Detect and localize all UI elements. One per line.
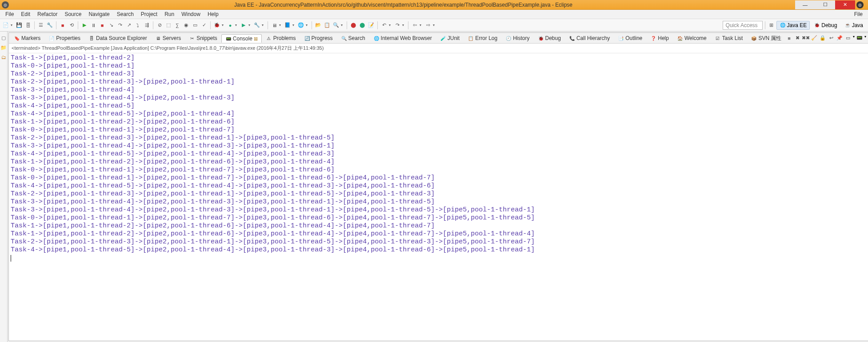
open-task-icon[interactable]: 📋: [323, 21, 331, 29]
tab-internal-web-browser[interactable]: 🌐Internal Web Browser: [369, 34, 436, 42]
step-filter-icon[interactable]: ⇶: [143, 21, 151, 29]
stop-icon[interactable]: ■: [98, 21, 106, 29]
search-dropdown-icon[interactable]: ▾: [341, 23, 344, 27]
back-icon[interactable]: ⇦: [411, 21, 419, 29]
expressions-icon[interactable]: ∑: [173, 21, 181, 29]
package-explorer-icon[interactable]: 🗂: [0, 54, 7, 61]
drop-to-frame-icon[interactable]: ⤵: [134, 21, 142, 29]
menu-edit[interactable]: Edit: [17, 10, 34, 18]
breakpoints-icon[interactable]: ◉: [182, 21, 190, 29]
terminate-icon[interactable]: ■: [59, 21, 67, 29]
restore-icon[interactable]: ▢: [0, 34, 7, 41]
forward-icon[interactable]: ⇨: [424, 21, 432, 29]
run-last-dropdown-icon[interactable]: ▾: [248, 23, 252, 27]
tab-problems[interactable]: ⚠Problems: [262, 34, 300, 42]
close-button[interactable]: ✕: [835, 0, 855, 9]
run-last-icon[interactable]: ▶: [240, 21, 248, 29]
annotation-icon[interactable]: 📝: [367, 21, 375, 29]
tab-svn-属性[interactable]: 📦SVN 属性: [747, 33, 785, 43]
console-output[interactable]: Task-1->[pipe1,pool-1-thread-2]Task-0->[…: [9, 53, 868, 341]
back-dropdown-icon[interactable]: ▾: [420, 23, 423, 27]
new-server-icon[interactable]: 🖥: [270, 21, 278, 29]
run-dropdown-icon[interactable]: ▾: [235, 23, 239, 27]
prev-edit-icon[interactable]: ↶: [380, 21, 388, 29]
display-dropdown-icon[interactable]: ▾: [853, 35, 855, 42]
menu-project[interactable]: Project: [137, 10, 161, 18]
menu-run[interactable]: Run: [161, 10, 178, 18]
tab-properties[interactable]: 📄Properties: [44, 34, 84, 42]
word-wrap-icon[interactable]: ↩: [828, 35, 835, 42]
new-dropdown-icon[interactable]: ▾: [11, 23, 14, 27]
new-jpa-icon[interactable]: 📘: [284, 21, 292, 29]
tab-snippets[interactable]: ✂Snippets: [185, 34, 221, 42]
step-over-icon[interactable]: ↷: [116, 21, 124, 29]
server-dropdown-icon[interactable]: ▾: [279, 23, 283, 27]
display-icon[interactable]: ▭: [191, 21, 199, 29]
debug-icon[interactable]: 🐞: [213, 21, 221, 29]
tab-task-list[interactable]: ☑Task List: [711, 34, 747, 42]
step-return-icon[interactable]: ↗: [125, 21, 133, 29]
record-icon[interactable]: ⬤: [349, 21, 357, 29]
scroll-lock-icon[interactable]: 🔒: [819, 35, 826, 42]
saveall-icon[interactable]: 🗄: [24, 21, 32, 29]
open-type-icon[interactable]: 📂: [314, 21, 322, 29]
tab-data-source-explorer[interactable]: 🗄Data Source Explorer: [84, 34, 151, 42]
tab-console[interactable]: 📟Console⊠: [221, 34, 262, 43]
build-icon[interactable]: 🔧: [46, 21, 54, 29]
tab-history[interactable]: 🕘History: [501, 34, 533, 42]
skip-breakpoints-icon[interactable]: ⊘: [156, 21, 164, 29]
new-ws-icon[interactable]: 🌐: [297, 21, 305, 29]
menu-help[interactable]: Help: [204, 10, 222, 18]
ws-dropdown-icon[interactable]: ▾: [306, 23, 309, 27]
maximize-button[interactable]: ☐: [815, 0, 835, 9]
toggle-breadcrumb-icon[interactable]: ☰: [37, 21, 45, 29]
perspective-javaee[interactable]: 🌐Java EE: [776, 21, 810, 30]
display-selected-icon[interactable]: ▭: [844, 35, 852, 42]
prev-dropdown-icon[interactable]: ▾: [389, 23, 392, 27]
run-icon[interactable]: ●: [226, 21, 234, 29]
tab-help[interactable]: ❓Help: [646, 34, 673, 42]
menu-search[interactable]: Search: [113, 10, 137, 18]
ext-tools-icon[interactable]: 🔧: [253, 21, 261, 29]
menu-file[interactable]: File: [2, 10, 17, 18]
tab-debug[interactable]: 🐞Debug: [534, 34, 565, 42]
tab-junit[interactable]: 🧪JUnit: [436, 34, 464, 42]
menu-window[interactable]: Window: [178, 10, 204, 18]
menu-file-right[interactable]: File: [851, 10, 866, 18]
debug-dropdown-icon[interactable]: ▾: [222, 23, 225, 27]
open-console-dropdown-icon[interactable]: ▾: [864, 35, 866, 42]
next-dropdown-icon[interactable]: ▾: [402, 23, 406, 27]
variables-icon[interactable]: ⬚: [164, 21, 172, 29]
jpa-dropdown-icon[interactable]: ▾: [292, 23, 296, 27]
project-explorer-icon[interactable]: 📁: [0, 44, 7, 51]
tab-error-log[interactable]: 📋Error Log: [464, 34, 501, 42]
suspend-icon[interactable]: ⏸: [89, 21, 97, 29]
open-perspective-icon[interactable]: ⊞: [768, 21, 776, 29]
terminate-console-icon[interactable]: ■: [785, 35, 792, 42]
resume-icon[interactable]: ▶: [80, 21, 88, 29]
perspective-java[interactable]: ☕Java: [841, 21, 866, 30]
step-into-icon[interactable]: ↘: [107, 21, 115, 29]
clear-console-icon[interactable]: 🧹: [811, 35, 818, 42]
menu-refactor[interactable]: Refactor: [34, 10, 61, 18]
quick-access-input[interactable]: Quick Access: [723, 21, 763, 30]
open-console-icon[interactable]: 📟: [856, 35, 863, 42]
save-icon[interactable]: 💾: [15, 21, 23, 29]
tab-call-hierarchy[interactable]: 📞Call Hierarchy: [565, 34, 614, 42]
pin-console-icon[interactable]: 📌: [836, 35, 843, 42]
minimize-button[interactable]: —: [795, 0, 815, 9]
ext-tools-dropdown-icon[interactable]: ▾: [262, 23, 265, 27]
task-icon[interactable]: ✓: [200, 21, 208, 29]
new-icon[interactable]: 📄: [2, 21, 10, 29]
next-edit-icon[interactable]: ↷: [393, 21, 401, 29]
tab-outline[interactable]: 📑Outline: [614, 34, 646, 42]
remove-all-icon[interactable]: ✖✖: [802, 35, 809, 42]
tab-progress[interactable]: 🔄Progress: [300, 34, 337, 42]
disconnect-icon[interactable]: ⟲: [68, 21, 76, 29]
search-icon[interactable]: 🔍: [332, 21, 340, 29]
perspective-debug[interactable]: 🐞Debug: [811, 21, 840, 30]
tab-search[interactable]: 🔍Search: [337, 34, 369, 42]
menu-navigate[interactable]: Navigate: [85, 10, 113, 18]
forward-dropdown-icon[interactable]: ▾: [433, 23, 436, 27]
tab-markers[interactable]: 🔖Markers: [10, 34, 44, 42]
